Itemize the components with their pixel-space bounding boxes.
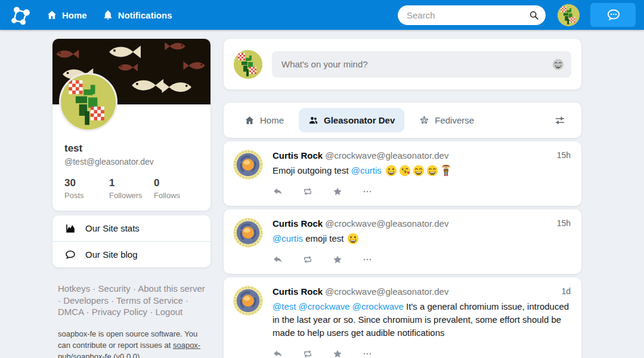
left-sidebar: test @test@gleasonator.dev 30 Posts 1 Fo… <box>52 39 210 358</box>
footer-about: soapbox-fe is open source software. You … <box>58 328 205 358</box>
footer-link-developers[interactable]: Developers <box>63 295 109 305</box>
star-icon[interactable] <box>332 186 343 197</box>
star-icon[interactable] <box>332 254 343 265</box>
profile-stats: 30 Posts 1 Followers 0 Follows <box>52 166 210 202</box>
post-author-name[interactable]: Curtis Rock <box>273 218 323 229</box>
blog-icon <box>64 249 76 261</box>
post-content: Emoji outgoing test @curtis <box>273 164 571 177</box>
post-author-avatar[interactable] <box>233 218 263 248</box>
mention-link[interactable]: @test <box>273 301 296 311</box>
post-header: Curtis Rock@crockwave@gleasonator.dev <box>273 149 571 161</box>
users-icon <box>308 115 318 125</box>
mention-link[interactable]: @curtis <box>273 233 303 243</box>
beaming-face-emoji <box>413 165 425 177</box>
grinning-face-emoji <box>347 233 359 245</box>
post-header: Curtis Rock@crockwave@gleasonator.dev <box>273 217 571 229</box>
post-author-name[interactable]: Curtis Rock <box>273 286 323 297</box>
compose-field <box>272 51 571 78</box>
post-author-handle: @crockwave@gleasonator.dev <box>325 150 448 161</box>
reply-icon[interactable] <box>273 254 283 265</box>
nav-notifications[interactable]: Notifications <box>103 10 172 20</box>
bell-icon <box>103 10 113 20</box>
post-header: Curtis Rock@crockwave@gleasonator.dev <box>273 285 571 297</box>
post-author-avatar[interactable] <box>233 150 263 180</box>
more-icon[interactable] <box>362 348 373 358</box>
footer-link-hotkeys[interactable]: Hotkeys <box>58 283 90 294</box>
top-navbar: Home Notifications <box>0 0 644 30</box>
mention-link[interactable]: @crockwave <box>299 301 350 311</box>
timeline-column: Home Gleasonator Dev Fediverse Curtis Ro… <box>224 39 581 358</box>
profile-name: test <box>64 143 199 155</box>
nav-home-label: Home <box>62 10 87 20</box>
post: Curtis Rock@crockwave@gleasonator.dev15h… <box>224 141 581 206</box>
chat-icon <box>605 7 621 23</box>
footer-links: Hotkeys · Security · About this server ·… <box>58 283 205 318</box>
menu-item-site-blog[interactable]: Our Site blog <box>52 241 210 267</box>
repost-icon[interactable] <box>302 186 313 197</box>
post-feed: Curtis Rock@crockwave@gleasonator.dev15h… <box>224 141 581 358</box>
compose-card <box>224 39 581 90</box>
profile-avatar[interactable] <box>59 73 117 131</box>
repost-icon[interactable] <box>302 348 313 358</box>
post-timestamp[interactable]: 15h <box>557 150 571 160</box>
post-author-handle: @crockwave@gleasonator.dev <box>325 218 448 229</box>
home-icon <box>47 10 57 20</box>
site-menu-card: Our Site stats Our Site blog <box>52 215 210 267</box>
nav-user-avatar[interactable] <box>558 4 580 26</box>
stat-follows[interactable]: 0 Follows <box>154 177 199 200</box>
timeline-tabs: Home Gleasonator Dev Fediverse <box>224 103 581 138</box>
post-author-handle: @crockwave@gleasonator.dev <box>325 286 448 297</box>
post-content: @curtis emoji test <box>273 232 571 245</box>
menu-item-site-stats[interactable]: Our Site stats <box>52 215 210 241</box>
footer-link-security[interactable]: Security <box>98 283 131 294</box>
nav-notifications-label: Notifications <box>118 10 172 20</box>
search-icon[interactable] <box>529 10 539 20</box>
filter-sliders-icon[interactable] <box>554 115 566 126</box>
stat-followers[interactable]: 1 Followers <box>109 177 154 200</box>
chart-icon <box>64 223 76 234</box>
nav-home[interactable]: Home <box>47 10 87 20</box>
search-input[interactable] <box>398 10 546 20</box>
tab-home[interactable]: Home <box>235 108 293 132</box>
post-actions <box>273 348 571 358</box>
stat-posts[interactable]: 30 Posts <box>64 177 109 200</box>
soapbox-logo-icon[interactable] <box>8 4 31 26</box>
more-icon[interactable] <box>362 254 373 265</box>
search-bar <box>398 5 546 25</box>
post-timestamp[interactable]: 15h <box>557 218 571 228</box>
profile-handle: @test@gleasonator.dev <box>64 157 199 166</box>
footer-link-privacy-policy[interactable]: Privacy Policy <box>92 307 147 317</box>
compose-input[interactable] <box>272 59 571 69</box>
custom-mascot-emoji <box>440 165 452 177</box>
grinning-face-emoji <box>385 165 397 177</box>
home-icon <box>244 115 255 125</box>
repost-icon[interactable] <box>302 254 313 265</box>
profile-card: test @test@gleasonator.dev 30 Posts 1 Fo… <box>52 39 210 211</box>
post-content: @test @crockwave @crockwave It's a gener… <box>273 300 571 340</box>
tab-fediverse[interactable]: Fediverse <box>410 108 484 132</box>
more-icon[interactable] <box>362 186 373 197</box>
star-icon[interactable] <box>332 348 343 358</box>
post-timestamp[interactable]: 1d <box>561 286 571 296</box>
post-author-name[interactable]: Curtis Rock <box>273 150 323 161</box>
chat-button[interactable] <box>590 3 636 27</box>
footer-link-terms-of-service[interactable]: Terms of Service <box>116 295 183 305</box>
footer-link-about-this-server[interactable]: About this server <box>138 283 205 294</box>
footer-link-logout[interactable]: Logout <box>155 307 182 317</box>
reply-icon[interactable] <box>273 186 283 197</box>
mention-link[interactable]: @crockwave <box>352 301 404 311</box>
beaming-face-emoji <box>426 165 438 177</box>
post-author-avatar[interactable] <box>233 286 263 316</box>
post-actions <box>273 254 571 265</box>
post: Curtis Rock@crockwave@gleasonator.dev15h… <box>224 209 581 274</box>
footer-link-dmca[interactable]: DMCA <box>58 307 83 317</box>
fediverse-icon <box>419 115 429 125</box>
reply-icon[interactable] <box>273 348 283 358</box>
tab-gleasonator-dev[interactable]: Gleasonator Dev <box>299 108 404 132</box>
mention-link[interactable]: @curtis <box>351 165 382 175</box>
compose-avatar[interactable] <box>234 50 262 79</box>
post-actions <box>273 186 571 197</box>
face-blowing-kiss-emoji <box>399 165 411 177</box>
emoji-picker-button[interactable] <box>552 58 564 70</box>
post: Curtis Rock@crockwave@gleasonator.dev1d@… <box>224 277 581 358</box>
